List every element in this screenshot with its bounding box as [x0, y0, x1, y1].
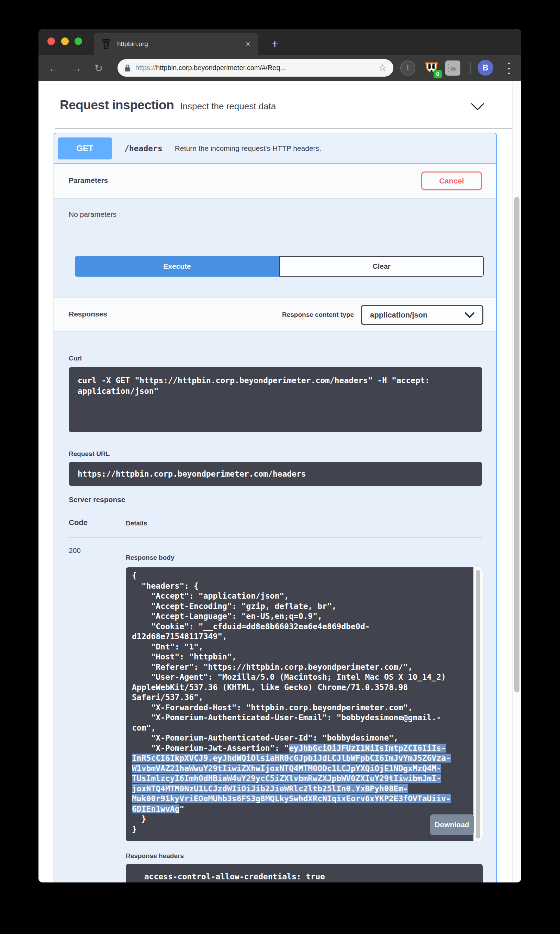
parameters-title: Parameters	[69, 176, 108, 185]
minimize-window-button[interactable]	[61, 37, 69, 45]
code-column-header: Code	[69, 518, 88, 527]
execute-button[interactable]: Execute	[75, 256, 279, 277]
reload-button[interactable]: ↻	[92, 61, 106, 75]
extension-icon-1[interactable]: !	[400, 60, 415, 75]
page-title: Request inspection	[60, 98, 174, 112]
httpbin-favicon-icon	[102, 39, 111, 49]
url-text: https://httpbin.corp.beyondperimeter.com…	[135, 64, 375, 72]
curl-command-block: curl -X GET "https://httpbin.corp.beyond…	[69, 367, 482, 432]
response-headers-block: access-control-allow-credentials: true a…	[126, 864, 483, 882]
camel-icon	[447, 62, 459, 74]
browser-window: httpbin.org × + ← → ↻ https://httpbin.co…	[38, 29, 521, 882]
cancel-button[interactable]: Cancel	[421, 171, 482, 190]
address-bar[interactable]: https://httpbin.corp.beyondperimeter.com…	[117, 59, 393, 77]
toolbar-separator	[470, 62, 471, 74]
tab-httpbin[interactable]: httpbin.org ×	[94, 33, 258, 55]
operation-path: /headers	[125, 144, 163, 153]
section-header: Request inspection Inspect the request d…	[60, 98, 276, 112]
close-tab-icon[interactable]: ×	[246, 39, 251, 49]
method-badge: GET	[58, 137, 112, 160]
back-button[interactable]: ←	[47, 61, 60, 75]
table-divider	[69, 537, 482, 538]
response-body-scrollbar-thumb[interactable]	[476, 570, 480, 839]
browser-menu-icon[interactable]	[507, 63, 511, 74]
chevron-down-icon[interactable]	[470, 102, 485, 111]
opblock-get-headers: GET /headers Return the incoming request…	[54, 132, 497, 882]
responses-header: Responses Response content type applicat…	[54, 297, 496, 332]
privacy-badger-extension-icon[interactable]: 0	[424, 60, 439, 75]
response-body-label: Response body	[126, 554, 174, 562]
status-code: 200	[69, 546, 81, 555]
select-chevron-icon	[465, 312, 475, 318]
url-scheme: https://	[135, 64, 156, 71]
zoom-window-button[interactable]	[75, 37, 82, 45]
close-window-button[interactable]	[48, 37, 55, 45]
operation-description: Return the incoming request's HTTP heade…	[175, 144, 321, 152]
execute-row: Execute Clear	[75, 256, 484, 277]
lock-icon	[125, 64, 131, 72]
content-type-select[interactable]: application/json	[361, 305, 483, 325]
response-body-scrollbar-track[interactable]	[474, 567, 483, 841]
response-headers-label: Response headers	[126, 852, 184, 860]
new-tab-button[interactable]: +	[266, 35, 283, 52]
content-type-value: application/json	[370, 311, 465, 320]
tab-strip: httpbin.org × +	[38, 29, 521, 55]
page-scrollbar-thumb[interactable]	[514, 197, 520, 692]
forward-button[interactable]: →	[69, 61, 83, 75]
details-column-header: Details	[126, 520, 147, 527]
page-content: Request inspection Inspect the request d…	[38, 81, 521, 882]
operation-summary[interactable]: GET /headers Return the incoming request…	[54, 133, 496, 163]
extension-badge: 0	[434, 70, 442, 78]
request-url: https://httpbin.corp.beyondperimeter.com…	[69, 462, 482, 486]
url-host: httpbin.corp.beyondperimeter.com/#/Req..…	[156, 64, 286, 71]
server-response-label: Server response	[69, 495, 125, 504]
no-parameters-text: No parameters	[69, 210, 117, 218]
jwt-selected-text: eyJhbGciOiJFUzI1NiIsImtpZCI6IiIs- InR5cC…	[132, 744, 451, 813]
download-button[interactable]: Download	[430, 814, 474, 835]
content-type-label: Response content type	[282, 298, 354, 332]
profile-avatar[interactable]: B	[477, 60, 493, 75]
request-url-label: Request URL	[69, 450, 109, 458]
response-body-block: { "headers": { "Accept": "application/js…	[126, 567, 483, 841]
top-divider	[55, 86, 515, 86]
curl-label: Curl	[69, 355, 82, 362]
page-subtitle: Inspect the request data	[180, 101, 276, 112]
section-divider	[55, 128, 515, 129]
clear-button[interactable]: Clear	[279, 256, 484, 277]
browser-toolbar: ← → ↻ https://httpbin.corp.beyondperimet…	[38, 55, 521, 81]
response-headers-text: access-control-allow-credentials: true a…	[126, 864, 483, 882]
tab-title: httpbin.org	[117, 40, 246, 48]
request-url-block: https://httpbin.corp.beyondperimeter.com…	[69, 462, 482, 486]
curl-command: curl -X GET "https://httpbin.corp.beyond…	[69, 367, 482, 405]
response-body-text: { "headers": { "Accept": "application/js…	[126, 567, 474, 841]
parameters-header: Parameters Cancel	[54, 164, 496, 198]
response-body-before: { "headers": { "Accept": "application/js…	[132, 571, 446, 752]
responses-title: Responses	[69, 310, 107, 318]
camel-notebook-extension-icon[interactable]	[445, 60, 460, 75]
screenshot-stage: httpbin.org × + ← → ↻ https://httpbin.co…	[0, 0, 560, 934]
bookmark-star-icon[interactable]: ☆	[378, 63, 386, 73]
